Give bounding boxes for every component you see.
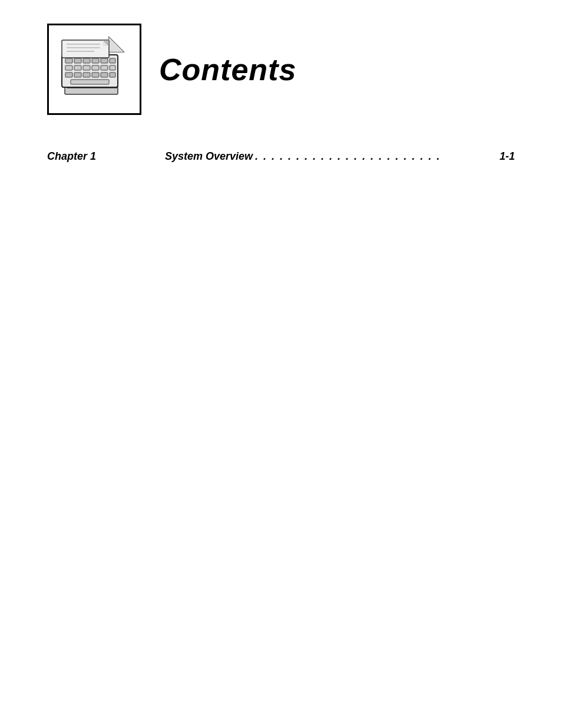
svg-rect-4 <box>74 58 81 63</box>
svg-rect-18 <box>92 73 99 77</box>
svg-rect-16 <box>74 73 81 77</box>
toc-entry: Chapter 1 System Overview . . . . . . . … <box>47 150 515 163</box>
book-icon-container <box>47 24 141 115</box>
chapter-title: System Overview <box>165 150 253 163</box>
svg-rect-20 <box>110 73 115 77</box>
svg-rect-14 <box>110 65 115 70</box>
svg-rect-5 <box>83 58 90 63</box>
page: Contents Chapter 1 System Overview . . .… <box>0 0 562 728</box>
svg-rect-21 <box>71 80 109 84</box>
svg-rect-11 <box>83 65 90 70</box>
svg-rect-9 <box>65 65 72 70</box>
svg-rect-19 <box>101 73 108 77</box>
svg-rect-6 <box>92 58 99 63</box>
svg-rect-13 <box>101 65 108 70</box>
title-container: Contents <box>159 52 296 87</box>
svg-marker-23 <box>109 37 124 52</box>
svg-rect-12 <box>92 65 99 70</box>
header-section: Contents <box>47 24 515 115</box>
chapter-label: Chapter 1 <box>47 150 165 163</box>
svg-rect-7 <box>101 58 108 63</box>
svg-rect-17 <box>83 73 90 77</box>
toc-page-number: 1-1 <box>500 150 515 163</box>
toc-section: Chapter 1 System Overview . . . . . . . … <box>47 150 515 163</box>
svg-rect-10 <box>74 65 81 70</box>
page-title: Contents <box>159 52 296 87</box>
svg-rect-24 <box>62 40 109 58</box>
svg-rect-3 <box>65 58 72 63</box>
toc-dots: . . . . . . . . . . . . . . . . . . . . … <box>255 150 497 163</box>
svg-rect-15 <box>65 73 72 77</box>
keyboard-book-icon <box>56 31 133 108</box>
svg-rect-0 <box>65 87 118 94</box>
svg-rect-8 <box>110 58 115 63</box>
